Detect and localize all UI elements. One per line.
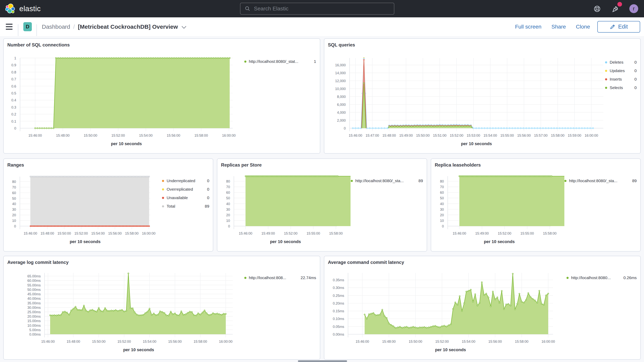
legend-item[interactable]: Deletes0	[605, 59, 637, 65]
marker	[107, 310, 108, 311]
legend-item[interactable]: Overreplicated0	[162, 186, 209, 192]
marker	[274, 176, 275, 177]
chart-replicas-per-store[interactable]: 0102030405060708015:46:0015:49:0015:52:0…	[221, 171, 350, 248]
legend-item[interactable]: http://localhost:808...22.74ms	[244, 275, 316, 281]
horizontal-scrollbar[interactable]	[298, 360, 347, 362]
marker	[158, 314, 159, 315]
x-tick-label: 15:50:00	[58, 232, 71, 235]
chevron-down-icon[interactable]	[182, 26, 186, 29]
edit-button[interactable]: Edit	[597, 21, 640, 32]
legend-value: 0	[205, 178, 210, 184]
y-tick-label: 30	[440, 208, 444, 212]
legend-item[interactable]: http://localhost:8080/_stat...1	[244, 58, 316, 64]
share-button[interactable]: Share	[552, 24, 566, 30]
marker	[290, 176, 292, 177]
marker	[318, 176, 320, 177]
elastic-logo[interactable]: elastic	[6, 4, 41, 14]
marker	[86, 310, 86, 311]
chart-sql-connections[interactable]: 00.10.20.30.40.50.60.70.80.9115:46:0015:…	[7, 51, 244, 150]
marker	[387, 128, 388, 129]
marker	[536, 302, 538, 304]
y-tick-label: 8,000	[337, 95, 346, 99]
marker	[151, 314, 152, 316]
marker	[42, 128, 42, 129]
full-screen-button[interactable]: Full screen	[515, 24, 542, 30]
clone-button[interactable]: Clone	[576, 24, 590, 30]
marker	[72, 225, 74, 227]
legend-item[interactable]: Underreplicated0	[162, 178, 209, 184]
chart-ranges[interactable]: 0102030405060708015:46:0015:48:0015:50:0…	[7, 171, 162, 248]
chart-replica-leaseholders[interactable]: 0102030405060708015:46:0015:49:0015:52:0…	[435, 171, 564, 248]
legend-item[interactable]: Inserts0	[605, 76, 637, 82]
marker	[289, 176, 290, 177]
legend-item[interactable]: Selects0	[605, 85, 637, 90]
marker	[322, 176, 323, 177]
dashboard-row-3: Average log commit latency0.00ms5.00ms10…	[3, 256, 641, 360]
chart-avg-command-commit-latency[interactable]: 0.00ms0.05ms0.10ms0.15ms0.20ms0.25ms0.30…	[328, 268, 567, 356]
marker	[58, 58, 59, 58]
chart-svg: 0102030405060708015:46:0015:48:0015:50:0…	[7, 171, 162, 248]
chart-sql-queries[interactable]: 02,0004,0006,0008,00010,00012,00014,0001…	[328, 51, 605, 150]
marker	[358, 128, 359, 129]
marker	[42, 225, 44, 227]
x-tick-label: 15:46:00	[41, 340, 55, 344]
marker	[74, 225, 75, 227]
marker	[405, 126, 406, 127]
marker	[117, 310, 118, 312]
marker	[489, 176, 490, 177]
marker	[77, 309, 78, 310]
marker	[144, 176, 146, 177]
marker	[113, 176, 114, 177]
marker	[52, 176, 54, 177]
search-input[interactable]: Search Elastic	[240, 3, 394, 15]
search-icon	[245, 6, 250, 12]
marker	[118, 58, 119, 58]
chart-avg-log-commit-latency[interactable]: 0.00ms5.00ms10.00ms15.00ms20.00ms25.00ms…	[7, 268, 244, 356]
news-icon[interactable]	[612, 5, 619, 13]
marker	[481, 282, 482, 283]
marker	[469, 176, 470, 177]
y-tick-label: 20	[440, 213, 444, 217]
x-tick-label: 15:46:00	[239, 232, 252, 235]
breadcrumb-dashboard[interactable]: Dashboard	[42, 24, 70, 30]
help-icon[interactable]	[594, 5, 601, 12]
marker	[88, 58, 89, 58]
marker	[60, 176, 61, 177]
legend-item[interactable]: Total89	[162, 203, 209, 209]
legend-item[interactable]: http://localhost:8080/_sta...89	[564, 178, 637, 184]
marker	[262, 176, 262, 177]
marker	[490, 306, 491, 307]
marker	[206, 313, 207, 314]
marker	[64, 176, 65, 177]
marker	[294, 176, 296, 177]
y-tick-label: 0	[14, 224, 16, 228]
marker	[84, 225, 85, 227]
marker	[180, 58, 182, 58]
marker	[523, 176, 524, 177]
marker	[519, 293, 520, 294]
legend-item[interactable]: Unavailable0	[162, 195, 209, 201]
breadcrumb-current: [Metricbeat CockroachDB] Overview	[78, 24, 178, 30]
panel-title-avg-command-commit-latency: Average command commit latency	[328, 260, 637, 268]
marker	[136, 176, 137, 177]
legend-item[interactable]: http://localhost:8080...0.26ms	[566, 275, 637, 281]
marker	[509, 128, 510, 129]
marker	[506, 304, 507, 305]
marker	[79, 225, 80, 227]
marker	[488, 297, 489, 298]
marker	[388, 323, 390, 324]
marker	[313, 176, 314, 177]
marker	[164, 312, 165, 314]
marker	[559, 128, 560, 129]
y-tick-label: 6,000	[337, 103, 346, 106]
user-avatar[interactable]: r	[629, 4, 638, 13]
marker	[523, 128, 524, 129]
marker	[404, 327, 405, 328]
x-axis-label: per 10 seconds	[484, 239, 514, 244]
marker	[127, 58, 128, 58]
marker	[178, 58, 179, 58]
dashboard-app-badge[interactable]: D	[23, 22, 32, 31]
menu-icon[interactable]	[6, 24, 12, 30]
legend-item[interactable]: Updates0	[605, 68, 637, 74]
legend-item[interactable]: http://localhost:8080/_sta...89	[351, 178, 423, 184]
